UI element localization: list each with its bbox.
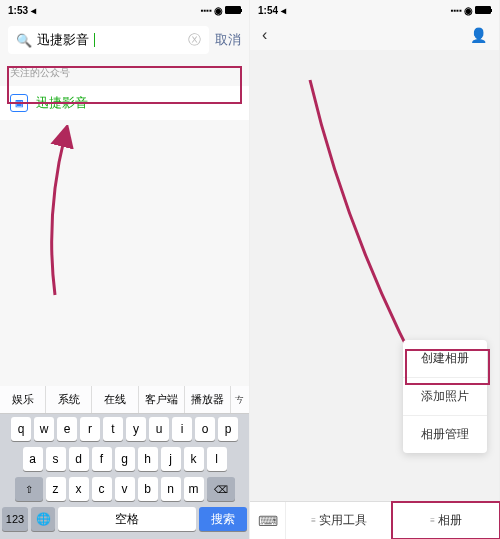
- key-p[interactable]: p: [218, 417, 238, 441]
- key-row-2: a s d f g h j k l: [0, 444, 249, 474]
- search-icon: 🔍: [16, 33, 32, 48]
- content-area: 创建相册 添加照片 相册管理: [250, 50, 499, 501]
- annotation-highlight: [391, 501, 500, 539]
- text-cursor: [94, 33, 95, 47]
- key-z[interactable]: z: [46, 477, 66, 501]
- suggestion-more[interactable]: ㄘ: [231, 386, 249, 413]
- search-input-text[interactable]: 迅捷影音: [37, 31, 89, 49]
- bottom-menu-tools[interactable]: ≡ 实用工具: [286, 502, 393, 539]
- key-space[interactable]: 空格: [58, 507, 196, 531]
- search-bar: 🔍 迅捷影音 ⓧ 取消: [0, 20, 249, 60]
- suggestion-bar: 娱乐 系统 在线 客户端 播放器 ㄘ: [0, 386, 249, 414]
- annotation-highlight: [7, 66, 242, 104]
- annotation-arrow: [25, 125, 85, 305]
- key-l[interactable]: l: [207, 447, 227, 471]
- battery-icon: [225, 6, 241, 14]
- key-search[interactable]: 搜索: [199, 507, 247, 531]
- back-icon[interactable]: ‹: [262, 26, 267, 44]
- key-row-3: ⇧ z x c v b n m ⌫: [0, 474, 249, 504]
- key-k[interactable]: k: [184, 447, 204, 471]
- nav-bar: ‹ 👤: [250, 20, 499, 50]
- status-bar: 1:53 ◂ ▪▪▪▪ ⁠◉: [0, 0, 249, 20]
- key-b[interactable]: b: [138, 477, 158, 501]
- status-time: 1:54 ◂: [258, 5, 286, 16]
- annotation-highlight: [405, 349, 490, 385]
- key-a[interactable]: a: [23, 447, 43, 471]
- key-numbers[interactable]: 123: [2, 507, 28, 531]
- key-row-1: q w e r t y u i o p: [0, 414, 249, 444]
- key-r[interactable]: r: [80, 417, 100, 441]
- key-o[interactable]: o: [195, 417, 215, 441]
- status-time: 1:53 ◂: [8, 5, 36, 16]
- profile-icon[interactable]: 👤: [470, 27, 487, 43]
- clear-icon[interactable]: ⓧ: [188, 31, 201, 49]
- key-e[interactable]: e: [57, 417, 77, 441]
- key-delete[interactable]: ⌫: [207, 477, 235, 501]
- key-v[interactable]: v: [115, 477, 135, 501]
- search-box[interactable]: 🔍 迅捷影音 ⓧ: [8, 26, 209, 54]
- key-j[interactable]: j: [161, 447, 181, 471]
- key-g[interactable]: g: [115, 447, 135, 471]
- key-shift[interactable]: ⇧: [15, 477, 43, 501]
- wifi-icon: ⁠◉: [464, 5, 473, 16]
- keyboard-toggle-icon[interactable]: ⌨: [250, 502, 286, 539]
- key-t[interactable]: t: [103, 417, 123, 441]
- suggestion-item[interactable]: 在线: [92, 386, 138, 413]
- key-h[interactable]: h: [138, 447, 158, 471]
- key-c[interactable]: c: [92, 477, 112, 501]
- bottom-menu-label: 实用工具: [319, 512, 367, 529]
- key-w[interactable]: w: [34, 417, 54, 441]
- menu-manage-album[interactable]: 相册管理: [403, 416, 487, 453]
- content-area: [0, 120, 249, 386]
- key-q[interactable]: q: [11, 417, 31, 441]
- key-i[interactable]: i: [172, 417, 192, 441]
- key-x[interactable]: x: [69, 477, 89, 501]
- suggestion-item[interactable]: 系统: [46, 386, 92, 413]
- suggestion-item[interactable]: 客户端: [139, 386, 185, 413]
- key-row-bottom: 123 🌐 空格 搜索: [0, 504, 249, 539]
- signal-icon: ▪▪▪▪: [451, 6, 462, 15]
- bottom-menu-album[interactable]: ≡ 相册: [393, 502, 499, 539]
- key-y[interactable]: y: [126, 417, 146, 441]
- menu-indicator-icon: ≡: [311, 516, 316, 525]
- status-indicators: ▪▪▪▪ ⁠◉: [201, 5, 241, 16]
- battery-icon: [475, 6, 491, 14]
- key-m[interactable]: m: [184, 477, 204, 501]
- key-n[interactable]: n: [161, 477, 181, 501]
- bottom-bar: ⌨ ≡ 实用工具 ≡ 相册: [250, 501, 499, 539]
- status-indicators: ▪▪▪▪ ⁠◉: [451, 5, 491, 16]
- key-globe[interactable]: 🌐: [31, 507, 55, 531]
- status-bar: 1:54 ◂ ▪▪▪▪ ⁠◉: [250, 0, 499, 20]
- keyboard: 娱乐 系统 在线 客户端 播放器 ㄘ q w e r t y u i o p a…: [0, 386, 249, 539]
- cancel-button[interactable]: 取消: [215, 31, 241, 49]
- suggestion-item[interactable]: 播放器: [185, 386, 231, 413]
- key-d[interactable]: d: [69, 447, 89, 471]
- key-u[interactable]: u: [149, 417, 169, 441]
- key-s[interactable]: s: [46, 447, 66, 471]
- signal-icon: ▪▪▪▪: [201, 6, 212, 15]
- key-f[interactable]: f: [92, 447, 112, 471]
- wifi-icon: ⁠◉: [214, 5, 223, 16]
- suggestion-item[interactable]: 娱乐: [0, 386, 46, 413]
